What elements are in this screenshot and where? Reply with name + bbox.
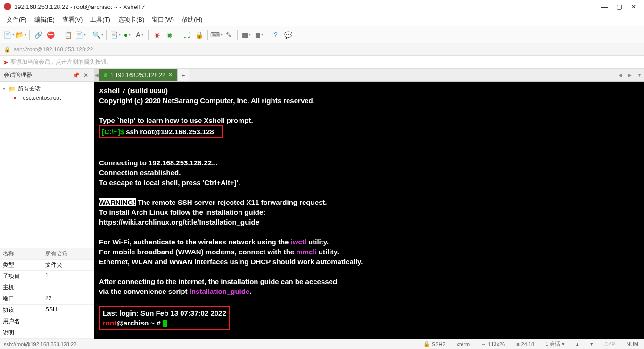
lock-icon: 🔒 <box>4 46 11 53</box>
xagent-button[interactable]: ◉ <box>151 29 163 41</box>
separator <box>89 30 89 40</box>
highlight-box-root-prompt: Last login: Sun Feb 13 07:37:02 2022root… <box>99 306 230 330</box>
tab-nav-left[interactable]: ◀ <box>94 69 99 81</box>
status-pos: ≡ 24,18 <box>514 341 536 347</box>
address-text: ssh://root@192.168.253.128:22 <box>14 46 93 53</box>
warning-label: WARNING! <box>99 198 136 206</box>
content-area: ◀ 1 192.168.253.128:22 ✕ + ◀ ▶ ▾ Xshell … <box>94 69 644 339</box>
terminal-line: To install Arch Linux follow the install… <box>99 207 639 217</box>
highlight-button[interactable]: ✎ <box>223 29 234 41</box>
props-header-name: 名称 <box>0 248 42 259</box>
window-controls: — ▢ ✕ <box>601 3 640 10</box>
terminal-line: After connecting to the internet, the in… <box>99 276 639 286</box>
new-session-button[interactable]: 📄 <box>3 29 14 41</box>
separator <box>267 30 267 40</box>
status-size: ↔ 113x26 <box>479 341 507 347</box>
tab-list-button[interactable]: ▾ <box>635 69 644 81</box>
hint-text: 要添加当前会话，点击左侧的箭头按钮。 <box>10 58 112 66</box>
reconnect-button[interactable]: 🔗 <box>33 29 44 41</box>
keyboard-button[interactable]: ⌨ <box>211 29 222 41</box>
session-manager: 会话管理器 📌 ✕ ▾ 所有会话 esc.centos.root 名称 所有会话… <box>0 69 94 339</box>
broadcast-button[interactable]: ▦ <box>253 29 264 41</box>
app-icon <box>4 3 11 10</box>
lock-button[interactable]: 🔒 <box>193 29 205 41</box>
tab-add-button[interactable]: + <box>177 69 189 81</box>
root-prompt-line: root@archiso ~ # <box>103 318 226 328</box>
status-nav-down[interactable]: ▾ <box>588 341 595 347</box>
tab-nav-right: ◀ ▶ ▾ <box>616 69 644 81</box>
panel-close-icon[interactable]: ✕ <box>82 72 90 79</box>
terminal-line: Connection established. <box>99 168 639 178</box>
paste-button[interactable]: 📄 <box>74 29 86 41</box>
props-row-host: 主机 <box>0 282 94 293</box>
toolbar: 📄 📂 🔗 ⛔ 📋 📄 🔍 📑 ● A ◉ ◉ ⛶ 🔒 ⌨ ✎ ▦ ▦ ? 💬 <box>0 26 644 43</box>
flag-icon[interactable]: ➤ <box>3 58 8 66</box>
terminal-line: Type `help' to learn how to use Xshell p… <box>99 115 639 125</box>
tree-item[interactable]: esc.centos.root <box>0 94 94 102</box>
close-button[interactable]: ✕ <box>631 3 636 10</box>
tab-scroll-right[interactable]: ▶ <box>625 69 635 81</box>
maximize-button[interactable]: ▢ <box>616 3 622 10</box>
open-button[interactable]: 📂 <box>15 29 26 41</box>
menu-file[interactable]: 文件(F) <box>3 14 31 25</box>
main-area: 会话管理器 📌 ✕ ▾ 所有会话 esc.centos.root 名称 所有会话… <box>0 69 644 339</box>
menu-tabs[interactable]: 选项卡(B) <box>114 14 148 25</box>
terminal-line: To escape to local shell, press 'Ctrl+Al… <box>99 178 639 187</box>
panel-title: 会话管理器 <box>4 71 71 79</box>
minimize-button[interactable]: — <box>601 3 608 10</box>
fullscreen-button[interactable]: ⛶ <box>181 29 192 41</box>
props-row-username: 用户名 <box>0 316 94 327</box>
status-nav-up[interactable]: ▴ <box>574 341 581 347</box>
separator <box>59 30 59 40</box>
menu-view[interactable]: 查看(V) <box>58 14 86 25</box>
tree-root[interactable]: ▾ 所有会话 <box>0 84 94 94</box>
feedback-button[interactable]: 💬 <box>282 29 294 41</box>
tab-label: 1 192.168.253.128:22 <box>110 72 165 79</box>
menu-tools[interactable]: 工具(T) <box>86 14 114 25</box>
terminal-line: Xshell 7 (Build 0090) <box>99 86 639 96</box>
layout-button[interactable]: ▦ <box>240 29 252 41</box>
status-sessions[interactable]: 1 会话 ▾ <box>544 341 567 348</box>
properties-table: 名称 所有会话 类型文件夹 子项目1 主机 端口22 协议SSH 用户名 说明 <box>0 248 94 339</box>
folder-icon <box>8 86 16 92</box>
separator <box>29 30 30 40</box>
terminal-line: WARNING! The remote SSH server rejected … <box>99 197 639 207</box>
separator <box>178 30 178 40</box>
colorscheme-button[interactable]: ● <box>122 29 133 41</box>
tab-close-icon[interactable]: ✕ <box>168 72 173 78</box>
copy-button[interactable]: 📋 <box>62 29 74 41</box>
tab-bar: ◀ 1 192.168.253.128:22 ✕ + ◀ ▶ ▾ <box>94 69 644 82</box>
panel-header: 会话管理器 📌 ✕ <box>0 69 94 82</box>
separator <box>207 30 208 40</box>
status-term: xterm <box>455 341 472 347</box>
props-row-port: 端口22 <box>0 293 94 305</box>
tab-active[interactable]: 1 192.168.253.128:22 ✕ <box>99 69 177 81</box>
terminal-line: Copyright (c) 2020 NetSarang Computer, I… <box>99 96 639 106</box>
props-row-desc: 说明 <box>0 327 94 339</box>
properties-button[interactable]: 📑 <box>109 29 121 41</box>
collapse-icon[interactable]: ▾ <box>3 86 8 91</box>
hint-bar: ➤ 要添加当前会话，点击左侧的箭头按钮。 <box>0 56 644 69</box>
disconnect-button[interactable]: ⛔ <box>45 29 56 41</box>
tree-root-label: 所有会话 <box>18 85 41 93</box>
menu-edit[interactable]: 编辑(E) <box>31 14 58 25</box>
highlight-box-ssh-command: [C:\~]$ ssh root@192.168.253.128 <box>99 125 223 138</box>
session-tree[interactable]: ▾ 所有会话 esc.centos.root <box>0 82 94 248</box>
status-address: ssh://root@192.168.253.128:22 <box>4 341 414 347</box>
search-button[interactable]: 🔍 <box>92 29 103 41</box>
tab-scroll-left[interactable]: ◀ <box>616 69 625 81</box>
menu-help[interactable]: 帮助(H) <box>178 14 206 25</box>
props-row-protocol: 协议SSH <box>0 305 94 316</box>
help-button[interactable]: ? <box>270 29 281 41</box>
address-bar[interactable]: 🔒 ssh://root@192.168.253.128:22 <box>0 43 644 56</box>
lock-icon: 🔒 <box>423 341 430 347</box>
font-button[interactable]: A <box>134 29 145 41</box>
pin-icon[interactable]: 📌 <box>71 72 82 79</box>
terminal[interactable]: Xshell 7 (Build 0090)Copyright (c) 2020 … <box>94 82 644 339</box>
menu-bar: 文件(F) 编辑(E) 查看(V) 工具(T) 选项卡(B) 窗口(W) 帮助(… <box>0 13 644 26</box>
terminal-line: Ethernet, WLAN and WWAN interfaces using… <box>99 257 639 267</box>
menu-window[interactable]: 窗口(W) <box>148 14 178 25</box>
props-header-value: 所有会话 <box>42 248 94 259</box>
cursor-icon <box>163 320 167 327</box>
xftp-button[interactable]: ◉ <box>164 29 175 41</box>
